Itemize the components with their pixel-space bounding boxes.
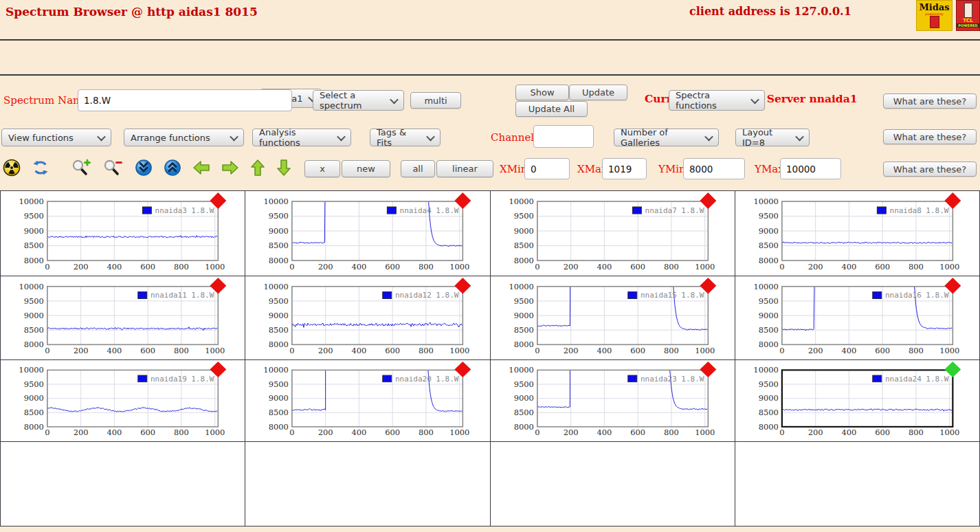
update-button[interactable]: Update [569,85,627,100]
select-a-spectrum-dropdown[interactable]: Select a spectrum [313,90,404,111]
svg-text:9500: 9500 [24,296,44,306]
channel-input[interactable] [533,125,594,148]
spectrum-panel-nnaida24[interactable]: 80008500900095001000002004006008001000nn… [735,360,979,441]
arrow-left-icon[interactable] [192,160,210,175]
linear-button[interactable]: linear [436,160,493,177]
spectrum-chart-nnaida11: 80008500900095001000002004006008001000nn… [1,276,245,359]
header: Spectrum Browser @ http aidas1 8015 clie… [0,0,980,41]
zoom-in-icon[interactable] [71,159,92,177]
what-are-these-button-1[interactable]: What are these? [883,93,977,109]
svg-text:400: 400 [352,262,367,271]
view-functions-dropdown[interactable]: View functions [1,129,111,146]
svg-text:200: 200 [318,346,333,355]
ymin-input[interactable] [683,158,745,179]
svg-text:9000: 9000 [513,395,533,403]
svg-text:800: 800 [419,262,434,271]
svg-text:9000: 9000 [269,226,289,236]
svg-text:9500: 9500 [513,380,533,389]
svg-text:9000: 9000 [513,311,533,320]
svg-text:9500: 9500 [24,380,44,389]
svg-text:800: 800 [909,429,924,438]
svg-text:8000: 8000 [513,423,533,432]
chevron-down-icon [426,132,435,141]
multi-button[interactable]: multi [410,92,461,109]
scroll-up-icon[interactable] [164,159,181,177]
svg-text:600: 600 [630,429,645,438]
svg-text:200: 200 [563,429,578,438]
spectrum-panel-nnaida20[interactable]: 80008500900095001000002004006008001000nn… [245,360,489,441]
svg-text:0: 0 [289,262,294,271]
svg-text:8500: 8500 [269,408,289,417]
spectrum-panel-nnaida23[interactable]: 80008500900095001000002004006008001000nn… [491,360,735,441]
svg-text:nnaida24 1.8.W: nnaida24 1.8.W [885,375,949,384]
what-are-these-button-3[interactable]: What are these? [883,162,977,177]
svg-text:200: 200 [74,262,89,271]
svg-text:800: 800 [419,429,434,438]
spectrum-panel-nnaida4[interactable]: 80008500900095001000002004006008001000nn… [245,191,489,276]
svg-text:1000: 1000 [695,346,715,355]
tcl-logo-powered: POWERED [957,23,979,27]
svg-text:600: 600 [385,346,400,355]
spectrum-panel-nnaida11[interactable]: 80008500900095001000002004006008001000nn… [1,276,245,359]
svg-text:nnaida7 1.8.W: nnaida7 1.8.W [645,206,704,215]
svg-text:10000: 10000 [753,282,778,291]
spectrum-chart-nnaida16: 80008500900095001000002004006008001000nn… [735,276,979,359]
svg-text:8000: 8000 [758,256,778,265]
svg-text:1000: 1000 [449,429,469,438]
svg-text:400: 400 [352,429,367,438]
svg-text:nnaida8 1.8.W: nnaida8 1.8.W [889,206,948,215]
svg-text:800: 800 [664,346,679,355]
arrow-up-icon[interactable] [250,159,265,177]
spectrum-chart-nnaida8: 80008500900095001000002004006008001000nn… [735,191,979,276]
svg-text:9000: 9000 [269,395,289,403]
spectrum-panel-nnaida12[interactable]: 80008500900095001000002004006008001000nn… [245,276,489,359]
refresh-icon[interactable] [32,159,49,177]
svg-text:600: 600 [875,429,890,438]
x-axis-button[interactable]: x [304,160,340,177]
radiation-icon[interactable] [3,159,21,177]
analysis-functions-dropdown[interactable]: Analysis functions [252,129,351,146]
svg-text:600: 600 [140,262,155,271]
tcl-logo-text: TCL [957,18,979,23]
svg-text:10000: 10000 [264,197,289,206]
zoom-out-icon[interactable] [103,159,124,177]
svg-text:400: 400 [597,429,612,438]
svg-text:400: 400 [107,262,122,271]
spectra-gallery: 80008500900095001000002004006008001000nn… [0,190,980,527]
svg-text:0: 0 [535,429,539,438]
spectrum-panel-nnaida3[interactable]: 80008500900095001000002004006008001000nn… [1,191,245,276]
spectrum-panel-nnaida19[interactable]: 80008500900095001000002004006008001000nn… [1,360,245,441]
show-button[interactable]: Show [515,85,569,100]
arrange-functions-dropdown[interactable]: Arrange functions [124,129,244,146]
all-button[interactable]: all [401,160,435,177]
spectrum-panel-nnaida15[interactable]: 80008500900095001000002004006008001000nn… [491,276,735,359]
arrow-down-icon[interactable] [276,159,291,177]
arrow-right-icon[interactable] [221,160,239,175]
spectrum-name-input[interactable] [78,89,292,111]
svg-text:8500: 8500 [758,408,778,417]
spectrum-panel-nnaida7[interactable]: 80008500900095001000002004006008001000nn… [491,191,735,276]
svg-text:9500: 9500 [758,211,778,221]
ymax-input[interactable] [780,158,841,179]
svg-text:800: 800 [664,262,679,271]
xmax-input[interactable] [602,158,647,179]
svg-text:8500: 8500 [513,408,533,417]
svg-text:9500: 9500 [513,296,533,306]
update-all-button[interactable]: Update All [515,101,588,117]
spectrum-panel-nnaida16[interactable]: 80008500900095001000002004006008001000nn… [735,276,979,359]
layout-id-dropdown[interactable]: Layout ID=8 [735,129,810,146]
scroll-down-icon[interactable] [135,159,153,177]
svg-text:8000: 8000 [758,423,778,432]
spectra-functions-dropdown[interactable]: Spectra functions [669,90,765,111]
tags-fits-dropdown[interactable]: Tags & Fits [370,129,441,146]
midas-logo-sub: powered by [917,12,952,16]
number-of-galleries-dropdown[interactable]: Number of Galleries [614,129,719,146]
spectrum-chart-nnaida24: 80008500900095001000002004006008001000nn… [735,360,979,441]
what-are-these-button-2[interactable]: What are these? [883,129,977,144]
page-title: Spectrum Browser @ http aidas1 8015 [5,5,258,19]
new-button[interactable]: new [342,160,390,177]
svg-text:1000: 1000 [449,262,469,271]
xmin-input[interactable] [524,158,570,179]
svg-text:0: 0 [779,262,784,271]
spectrum-panel-nnaida8[interactable]: 80008500900095001000002004006008001000nn… [735,191,979,276]
